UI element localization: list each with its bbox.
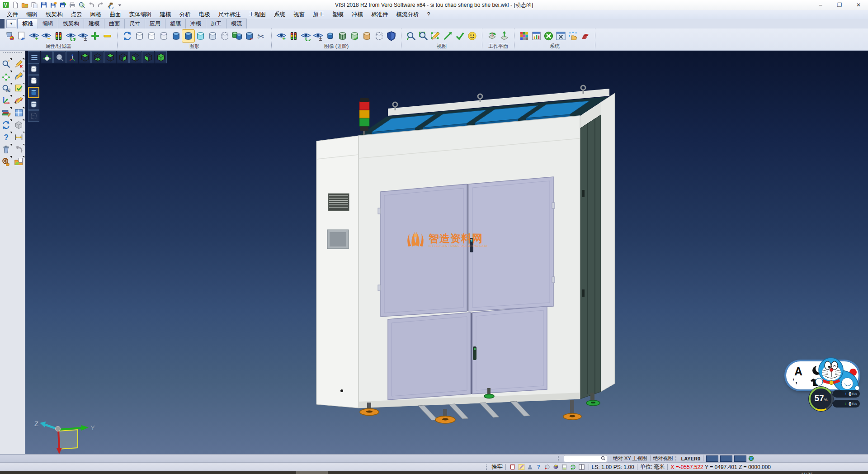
menu-item-4[interactable]: 网格 — [86, 10, 106, 19]
minus-yellow-icon[interactable] — [101, 30, 113, 42]
trash-blue-icon[interactable] — [1, 144, 12, 155]
eye-plusminus2-icon[interactable]: ± — [312, 30, 324, 42]
eye-add2-icon[interactable]: + — [275, 30, 288, 42]
view-bottom-button[interactable] — [91, 51, 104, 63]
axis-orient-button[interactable] — [66, 51, 78, 63]
curve-pencil-icon[interactable] — [14, 71, 24, 81]
taskbar-button[interactable] — [296, 471, 328, 474]
view-iso-button[interactable] — [155, 51, 167, 63]
examine-sphere-button[interactable] — [53, 51, 66, 63]
printer-icon[interactable] — [68, 1, 76, 9]
viewport-3d[interactable] — [0, 51, 868, 454]
chart-panel-icon[interactable] — [530, 30, 542, 42]
cyl-cyan-icon[interactable] — [194, 30, 207, 42]
folder-doc-icon[interactable] — [14, 156, 24, 167]
help-blue-icon[interactable]: ? — [535, 464, 542, 471]
plus-green-icon[interactable] — [89, 30, 101, 42]
close-button[interactable]: ✕ — [849, 0, 868, 10]
filter-lights-icon[interactable] — [52, 30, 65, 42]
doc-red-icon[interactable] — [509, 464, 517, 471]
render-mode-cyl-ghost2-button[interactable] — [28, 75, 39, 86]
zoom-solid-icon[interactable] — [1, 83, 12, 94]
zoom-sketch-icon[interactable] — [405, 30, 417, 42]
tab-6[interactable]: 应用 — [145, 19, 165, 28]
cyl-green-pair-icon[interactable] — [231, 30, 243, 42]
render-mode-cyl-pale-button[interactable] — [28, 99, 39, 110]
absolute-view-label[interactable]: 绝对视图 — [653, 455, 673, 462]
menu-item-9[interactable]: 电极 — [195, 10, 214, 19]
menu-item-14[interactable]: 加工 — [309, 10, 328, 19]
wand-sel-icon[interactable] — [518, 464, 525, 471]
window-tools-icon[interactable] — [555, 30, 567, 42]
view-top-button[interactable] — [79, 51, 91, 63]
drop-arrow-icon[interactable] — [116, 1, 124, 9]
view-front-button[interactable] — [142, 51, 154, 63]
undo-gray-icon[interactable] — [87, 1, 95, 9]
minimize-button[interactable]: – — [811, 0, 830, 10]
tab-7[interactable]: 塑膜 — [165, 19, 186, 28]
menu-item-0[interactable]: 文件 — [3, 10, 22, 19]
eye-refresh2-icon[interactable] — [300, 30, 312, 42]
menu-item-1[interactable]: 编辑 — [22, 10, 42, 19]
refresh-pair-icon[interactable] — [1, 119, 12, 130]
maximize-button[interactable]: ❐ — [830, 0, 849, 10]
list-col-icon[interactable] — [561, 464, 568, 471]
tab-3[interactable]: 建模 — [84, 19, 104, 28]
triad-axes-icon[interactable] — [1, 95, 12, 106]
question-mark-icon[interactable]: ? — [1, 132, 12, 142]
menu-item-13[interactable]: 视窗 — [289, 10, 309, 19]
menu-item-3[interactable]: 点云 — [67, 10, 86, 19]
render-mode-cyl-wire-button[interactable] — [28, 110, 39, 122]
tab-dropdown-button[interactable]: ▼ — [6, 19, 16, 28]
disk-sync-icon[interactable] — [59, 1, 67, 9]
tab-0[interactable]: 标准 — [17, 19, 38, 28]
tab-10[interactable]: 模流 — [226, 19, 247, 28]
menu-item-8[interactable]: 分析 — [175, 10, 195, 19]
view-back-button[interactable] — [104, 51, 116, 63]
tab-2[interactable]: 线架构 — [58, 19, 84, 28]
menu-item-16[interactable]: 冲模 — [348, 10, 367, 19]
plane-view-button[interactable] — [41, 51, 53, 63]
doc-new-icon[interactable] — [11, 1, 19, 9]
layer-color-swatch[interactable] — [734, 455, 746, 462]
tab-1[interactable]: 编辑 — [38, 19, 58, 28]
cyl-blue-b-icon[interactable]: e — [243, 30, 255, 42]
menu-item-18[interactable]: 模流分析 — [392, 10, 423, 19]
color-grid-icon[interactable] — [518, 30, 530, 42]
toolbar-grip[interactable] — [558, 456, 561, 461]
eye-add-icon[interactable]: + — [28, 30, 40, 42]
spline-pencil-icon[interactable] — [14, 95, 24, 106]
view-right-button[interactable] — [117, 51, 129, 63]
layer-indicator[interactable]: LAYER0 — [681, 456, 700, 461]
globe-tools-icon[interactable] — [542, 30, 555, 42]
menu-item-2[interactable]: 线架构 — [42, 10, 67, 19]
cyl-tan-icon[interactable] — [361, 30, 373, 42]
plane-swing-icon[interactable] — [486, 30, 498, 42]
menu-handle-button[interactable] — [28, 51, 40, 63]
hand-grid-icon[interactable] — [567, 30, 579, 42]
render-mode-cyl-ghost-button[interactable] — [28, 63, 39, 75]
layer-color-swatch[interactable] — [720, 455, 732, 462]
cyl-wire-icon[interactable] — [219, 30, 231, 42]
search-input[interactable] — [564, 455, 607, 462]
filter-lights2-icon[interactable] — [288, 30, 300, 42]
frame-pencil-icon[interactable] — [429, 30, 442, 42]
menu-item-17[interactable]: 标准件 — [367, 10, 392, 19]
tool-redo-icon[interactable] — [106, 1, 114, 9]
plane-select-icon[interactable] — [1, 71, 12, 81]
disk-save-icon[interactable] — [40, 1, 48, 9]
arrow-green-icon[interactable] — [442, 30, 454, 42]
render-mode-cyl-blue-button[interactable] — [28, 87, 39, 98]
books-brush-icon[interactable] — [1, 107, 12, 118]
cyl-blue-sm-icon[interactable] — [324, 30, 336, 42]
logo-visi-icon[interactable]: V — [2, 1, 10, 9]
zoom-filter-icon[interactable] — [1, 58, 12, 69]
menu-item-7[interactable]: 建模 — [156, 10, 175, 19]
rotate-green-icon[interactable] — [569, 464, 577, 471]
cyl-striped-icon[interactable] — [336, 30, 349, 42]
menu-item-5[interactable]: 曲面 — [106, 10, 125, 19]
menu-item-6[interactable]: 实体编辑 — [125, 10, 156, 19]
menu-item-11[interactable]: 工程图 — [245, 10, 270, 19]
tab-8[interactable]: 冲模 — [185, 19, 206, 28]
folder-open-icon[interactable] — [21, 1, 29, 9]
